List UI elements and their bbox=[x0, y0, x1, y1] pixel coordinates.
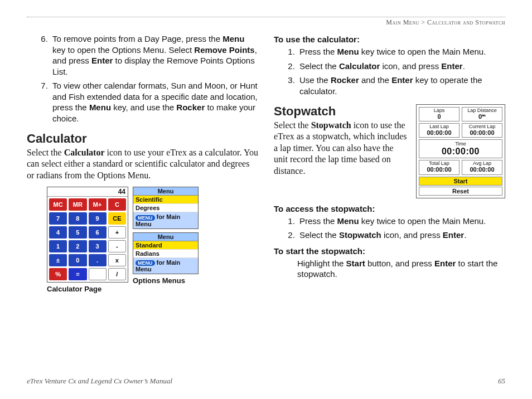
list-item: Select the Calculator icon, and press En… bbox=[297, 61, 505, 72]
list-item: To remove points from a Day Page, press … bbox=[50, 33, 258, 77]
page-number: 65 bbox=[498, 377, 505, 386]
calc-key: % bbox=[49, 268, 67, 280]
breadcrumb: Main Menu > Calculator and Stopwatch bbox=[27, 18, 505, 27]
options-menus-caption: Options Menus bbox=[133, 276, 199, 285]
calc-key: 2 bbox=[69, 240, 86, 252]
calc-key: 5 bbox=[69, 226, 86, 239]
calc-key: 4 bbox=[49, 226, 67, 239]
access-stopwatch-heading: To access the stopwatch: bbox=[274, 204, 505, 213]
calc-key: ± bbox=[49, 254, 67, 266]
right-column: To use the calculator: Press the Menu ke… bbox=[274, 33, 505, 293]
list-item: Use the Rocker and the Enter key to oper… bbox=[297, 75, 505, 96]
calc-key: 0 bbox=[69, 254, 86, 266]
calc-key: CE bbox=[108, 212, 126, 225]
use-calculator-heading: To use the calculator: bbox=[274, 35, 505, 44]
stopwatch-graphic: Laps0 Lap Distance0ᵐ Last Lap00:00:00 Cu… bbox=[416, 104, 505, 198]
list-item: Press the Menu key twice to open the Mai… bbox=[297, 216, 505, 227]
options-menu-2: Menu Standard Radians MENUfor Main Menu bbox=[133, 232, 199, 274]
calc-key: + bbox=[108, 226, 126, 239]
calc-key: / bbox=[108, 268, 126, 280]
calc-key: 3 bbox=[89, 240, 107, 252]
start-stopwatch-heading: To start the stopwatch: bbox=[274, 246, 505, 256]
start-stopwatch-text: Highlight the Start button, and press En… bbox=[274, 258, 505, 280]
calc-key: - bbox=[108, 240, 126, 252]
list-item: Select the Stopwatch icon, and press Ent… bbox=[297, 230, 505, 241]
stopwatch-reset-button: Reset bbox=[419, 187, 502, 196]
calculator-heading: Calculator bbox=[27, 132, 258, 146]
footer-title: eTrex Venture Cx and Legend Cx Owner’s M… bbox=[27, 377, 172, 386]
left-column: To remove points from a Day Page, press … bbox=[27, 33, 258, 293]
calc-key: = bbox=[69, 268, 86, 280]
calc-key bbox=[89, 268, 107, 280]
numbered-list: To remove points from a Day Page, press … bbox=[27, 33, 258, 124]
use-calculator-steps: Press the Menu key twice to open the Mai… bbox=[274, 46, 505, 96]
calc-key: 7 bbox=[49, 212, 67, 225]
stopwatch-start-button: Start bbox=[419, 177, 502, 186]
calc-key: MR bbox=[69, 198, 86, 211]
calculator-page-graphic: 44 MCMRM+C789CE456+123-±0.x%=/ bbox=[47, 187, 128, 283]
calc-key: MC bbox=[49, 198, 67, 211]
calc-key: 6 bbox=[89, 226, 107, 239]
calculator-display: 44 bbox=[47, 187, 128, 197]
calc-key: M+ bbox=[89, 198, 107, 211]
calc-key: 8 bbox=[69, 212, 86, 225]
calc-key: C bbox=[108, 198, 126, 211]
calculator-paragraph: Select the Calculator icon to use your e… bbox=[27, 147, 258, 181]
calc-key: 9 bbox=[89, 212, 107, 225]
list-item: Press the Menu key twice to open the Mai… bbox=[297, 46, 505, 57]
options-menu-1: Menu Scientific Degrees MENUfor Main Men… bbox=[133, 187, 199, 228]
calc-key: . bbox=[89, 254, 107, 266]
calc-key: 1 bbox=[49, 240, 67, 252]
list-item: To view other calendar formats, Sun and … bbox=[50, 80, 258, 124]
calculator-caption: Calculator Page bbox=[47, 285, 128, 293]
access-stopwatch-steps: Press the Menu key twice to open the Mai… bbox=[274, 216, 505, 241]
calc-key: x bbox=[108, 254, 126, 266]
